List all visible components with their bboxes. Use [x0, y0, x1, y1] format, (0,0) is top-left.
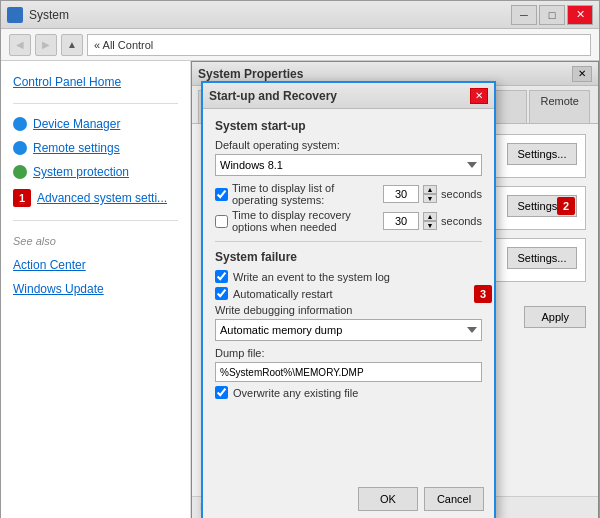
overwrite-checkbox[interactable] [215, 386, 228, 399]
sidebar-item-system-protection[interactable]: System protection [1, 160, 190, 184]
time-display-unit: seconds [441, 188, 482, 200]
write-debug-label: Write debugging information [215, 304, 482, 316]
write-event-label: Write an event to the system log [233, 271, 390, 283]
address-text: « All Control [94, 39, 153, 51]
sidebar-home[interactable]: Control Panel Home [1, 69, 190, 95]
up-button[interactable]: ▲ [61, 34, 83, 56]
title-bar: System ─ □ ✕ [1, 1, 599, 29]
sidebar: Control Panel Home Device Manager Remote… [1, 61, 191, 518]
sidebar-divider-2 [13, 220, 178, 221]
time-display-down[interactable]: ▼ [423, 194, 437, 203]
debug-dropdown[interactable]: Automatic memory dump [215, 319, 482, 341]
time-display-up[interactable]: ▲ [423, 185, 437, 194]
time-recovery-up[interactable]: ▲ [423, 212, 437, 221]
system-failure-header: System failure [215, 250, 482, 264]
main-window: System ─ □ ✕ ◀ ▶ ▲ « All Control Control… [0, 0, 600, 518]
startup-body: System start-up Default operating system… [203, 109, 494, 413]
startup-ok-button[interactable]: OK [358, 487, 418, 511]
sidebar-item-device-manager[interactable]: Device Manager [1, 112, 190, 136]
svg-rect-0 [10, 10, 20, 20]
sidebar-item-remote-settings[interactable]: Remote settings [1, 136, 190, 160]
nav-bar: ◀ ▶ ▲ « All Control [1, 29, 599, 61]
startup-recovery-dialog: Start-up and Recovery ✕ System start-up … [201, 81, 496, 518]
time-recovery-label: Time to display recovery options when ne… [232, 209, 379, 233]
time-recovery-down[interactable]: ▼ [423, 221, 437, 230]
content-area: Control Panel Home Device Manager Remote… [1, 61, 599, 518]
props-btn-1[interactable]: Settings... [507, 143, 577, 165]
maximize-button[interactable]: □ [539, 5, 565, 25]
props-btn-3[interactable]: Settings... [507, 247, 577, 269]
forward-button[interactable]: ▶ [35, 34, 57, 56]
badge-3: 3 [474, 285, 492, 303]
sys-props-close-button[interactable]: ✕ [572, 66, 592, 82]
tab-remote[interactable]: Remote [529, 90, 590, 123]
dump-file-input[interactable] [215, 362, 482, 382]
auto-restart-checkbox[interactable] [215, 287, 228, 300]
sidebar-divider-1 [13, 103, 178, 104]
dump-file-label: Dump file: [215, 347, 482, 359]
main-panel: System Properties ✕ Computer Name Hardwa… [191, 61, 599, 518]
startup-footer: OK Cancel [358, 487, 484, 511]
time-recovery-spinner: ▲ ▼ [423, 212, 437, 230]
default-os-select[interactable]: Windows 8.1 [215, 154, 482, 176]
window-icon [7, 7, 23, 23]
remote-settings-label: Remote settings [33, 141, 120, 155]
props-apply-button[interactable]: Apply [524, 306, 586, 328]
overwrite-label: Overwrite any existing file [233, 387, 358, 399]
time-recovery-checkbox[interactable] [215, 215, 228, 228]
close-button[interactable]: ✕ [567, 5, 593, 25]
sys-props-title: System Properties [198, 67, 303, 81]
sidebar-item-windows-update[interactable]: Windows Update [1, 277, 190, 301]
startup-title: Start-up and Recovery [209, 89, 337, 103]
back-button[interactable]: ◀ [9, 34, 31, 56]
action-center-label: Action Center [13, 258, 86, 272]
time-display-label: Time to display list of operating system… [232, 182, 379, 206]
address-bar[interactable]: « All Control [87, 34, 591, 56]
badge-1: 1 [13, 189, 31, 207]
title-bar-left: System [7, 7, 69, 23]
startup-close-button[interactable]: ✕ [470, 88, 488, 104]
device-manager-label: Device Manager [33, 117, 120, 131]
time-display-row: Time to display list of operating system… [215, 182, 482, 206]
time-recovery-row: Time to display recovery options when ne… [215, 209, 482, 233]
default-os-label: Default operating system: [215, 139, 482, 151]
remote-icon [13, 141, 27, 155]
write-event-row: Write an event to the system log [215, 270, 482, 283]
write-event-checkbox[interactable] [215, 270, 228, 283]
title-bar-buttons: ─ □ ✕ [511, 5, 593, 25]
advanced-label: Advanced system setti... [37, 191, 167, 205]
badge-2: 2 [557, 197, 575, 215]
see-also-label: See also [1, 229, 190, 253]
time-display-spinner: ▲ ▼ [423, 185, 437, 203]
computer-icon [13, 117, 27, 131]
system-startup-header: System start-up [215, 119, 482, 133]
windows-update-label: Windows Update [13, 282, 104, 296]
divider-1 [215, 241, 482, 242]
time-recovery-unit: seconds [441, 215, 482, 227]
minimize-button[interactable]: ─ [511, 5, 537, 25]
time-display-input[interactable] [383, 185, 419, 203]
startup-cancel-button[interactable]: Cancel [424, 487, 484, 511]
auto-restart-row: Automatically restart 3 [215, 287, 482, 300]
window-title: System [29, 8, 69, 22]
overwrite-row: Overwrite any existing file [215, 386, 482, 399]
shield-icon [13, 165, 27, 179]
system-protection-label: System protection [33, 165, 129, 179]
startup-title-bar: Start-up and Recovery ✕ [203, 83, 494, 109]
time-recovery-input[interactable] [383, 212, 419, 230]
time-display-checkbox[interactable] [215, 188, 228, 201]
auto-restart-label: Automatically restart [233, 288, 333, 300]
sidebar-item-advanced[interactable]: 1 Advanced system setti... [1, 184, 190, 212]
sidebar-item-action-center[interactable]: Action Center [1, 253, 190, 277]
